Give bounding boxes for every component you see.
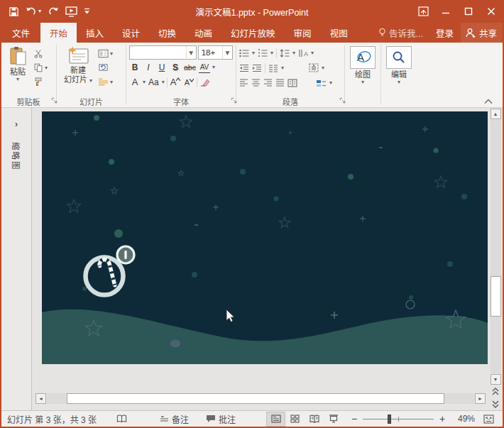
add-remove-columns-button[interactable] [287, 79, 297, 87]
undo-button[interactable]: ▾ [26, 6, 41, 16]
bullets-button[interactable] [239, 49, 249, 57]
character-spacing-button[interactable]: AV [199, 61, 210, 73]
paste-dropdown-icon[interactable]: ▾ [16, 77, 19, 82]
comments-button[interactable]: 批注 [202, 411, 240, 427]
italic-button[interactable]: I [143, 61, 154, 73]
vertical-scroll-track[interactable] [491, 120, 501, 373]
scroll-up-button[interactable]: ▲ [491, 109, 501, 119]
save-button[interactable] [9, 6, 19, 17]
align-text-dropdown-icon[interactable]: ▾ [322, 65, 324, 71]
numbering-button[interactable] [258, 49, 268, 57]
font-dialog-launcher[interactable] [231, 97, 237, 104]
tab-开始[interactable]: 开始 [40, 23, 77, 43]
next-slide-button[interactable] [490, 399, 501, 409]
zoom-slider[interactable] [363, 419, 434, 419]
scroll-right-button[interactable]: ► [475, 393, 486, 404]
ribbon-display-options-button[interactable] [412, 0, 434, 23]
strikethrough-button[interactable]: abc [183, 61, 197, 73]
justify-button[interactable] [275, 79, 285, 87]
spell-check-button[interactable] [112, 411, 131, 427]
scroll-down-button[interactable]: ▼ [491, 374, 501, 385]
vertical-scroll-thumb[interactable] [491, 276, 501, 317]
grow-font-button[interactable]: A [170, 76, 182, 88]
paragraph-dialog-launcher[interactable] [339, 97, 346, 104]
drawing-button[interactable]: A 绘图 ▾ [348, 44, 378, 85]
tab-file[interactable]: 文件 [1, 23, 40, 43]
character-spacing-dropdown-icon[interactable]: ▾ [212, 65, 215, 70]
text-direction-button[interactable]: A [298, 49, 308, 57]
align-center-button[interactable] [251, 79, 261, 87]
align-left-button[interactable] [239, 79, 248, 87]
line-spacing-dropdown-icon[interactable]: ▾ [292, 50, 295, 56]
numbering-dropdown-icon[interactable]: ▾ [270, 50, 273, 56]
customize-qat-button[interactable] [84, 8, 90, 15]
line-spacing-button[interactable] [280, 49, 290, 57]
tab-视图[interactable]: 视图 [321, 23, 357, 43]
convert-to-smartart-button[interactable] [316, 79, 327, 87]
thumbnail-pane-collapsed[interactable]: › 缩略图 [1, 108, 32, 410]
previous-slide-button[interactable] [490, 386, 501, 396]
copy-dropdown-icon[interactable]: ▾ [45, 65, 48, 71]
section-dropdown-icon[interactable]: ▾ [110, 79, 113, 85]
horizontal-scroll-thumb[interactable] [67, 393, 444, 404]
columns-button[interactable] [268, 64, 278, 72]
horizontal-scrollbar[interactable]: ◄ ► [35, 393, 486, 404]
bold-button[interactable]: B [129, 61, 141, 73]
slide-sorter-view-button[interactable] [285, 412, 305, 427]
text-direction-dropdown-icon[interactable]: ▾ [311, 50, 314, 56]
new-slide-button[interactable]: 新建幻灯片 ▾ [60, 44, 97, 84]
tell-me-button[interactable]: 告诉我... [373, 23, 429, 43]
font-color-button[interactable]: A [129, 76, 141, 88]
clipboard-dialog-launcher[interactable] [51, 97, 57, 104]
shrink-font-button[interactable]: A [183, 76, 195, 88]
layout-button[interactable]: ▾ [97, 48, 114, 60]
clear-formatting-button[interactable] [199, 76, 211, 88]
text-shadow-button[interactable]: S [170, 61, 181, 73]
maximize-button[interactable] [457, 0, 480, 23]
expand-pane-icon[interactable]: › [15, 119, 18, 129]
section-button[interactable]: ▾ [97, 76, 114, 88]
tab-设计[interactable]: 设计 [113, 23, 149, 43]
underline-button[interactable]: U [156, 61, 168, 73]
reading-view-button[interactable] [305, 412, 324, 427]
minimize-button[interactable] [434, 0, 457, 23]
font-color-dropdown-icon[interactable]: ▾ [143, 79, 146, 85]
tab-切换[interactable]: 切换 [149, 23, 185, 43]
change-case-button[interactable]: Aa [148, 76, 160, 88]
collapse-ribbon-button[interactable] [484, 99, 493, 104]
tab-幻灯片放映[interactable]: 幻灯片放映 [221, 23, 285, 43]
align-text-button[interactable] [309, 63, 319, 72]
scroll-left-button[interactable]: ◄ [35, 393, 46, 404]
bullets-dropdown-icon[interactable]: ▾ [252, 50, 255, 56]
font-name-combobox[interactable]: ▾ [129, 45, 197, 60]
notes-button[interactable]: 备注 [155, 411, 193, 427]
font-size-dropdown-icon[interactable]: ▾ [222, 46, 232, 59]
slideshow-view-button[interactable] [324, 412, 343, 427]
increase-indent-button[interactable] [252, 64, 262, 72]
zoom-percentage[interactable]: 49% [451, 414, 475, 424]
horizontal-scroll-track[interactable] [47, 393, 474, 404]
cut-button[interactable] [32, 48, 49, 60]
format-painter-button[interactable] [32, 76, 49, 88]
copy-button[interactable]: ▾ [32, 62, 49, 74]
editing-dropdown-icon[interactable]: ▾ [398, 79, 400, 85]
slide-canvas[interactable] [42, 111, 488, 364]
layout-dropdown-icon[interactable]: ▾ [110, 51, 113, 57]
editing-button[interactable]: 编辑 ▾ [384, 44, 414, 85]
normal-view-button[interactable] [266, 412, 285, 427]
change-case-dropdown-icon[interactable]: ▾ [162, 79, 165, 85]
sign-in-button[interactable]: 登录 [429, 23, 461, 43]
tab-插入[interactable]: 插入 [77, 23, 113, 43]
reset-button[interactable] [97, 62, 114, 74]
fit-slide-to-window-button[interactable] [479, 412, 498, 427]
zoom-in-button[interactable]: + [438, 413, 447, 424]
font-size-combobox[interactable]: 18+ ▾ [198, 45, 233, 60]
start-slideshow-button[interactable] [65, 6, 77, 17]
align-right-button[interactable] [263, 79, 273, 87]
zoom-out-button[interactable]: − [350, 413, 358, 424]
smartart-dropdown-icon[interactable]: ▾ [329, 80, 332, 86]
redo-button[interactable] [48, 6, 59, 16]
paste-button[interactable]: 粘贴 ▾ [4, 44, 32, 82]
undo-dropdown-icon[interactable]: ▾ [38, 9, 41, 14]
tab-审阅[interactable]: 审阅 [285, 23, 321, 43]
